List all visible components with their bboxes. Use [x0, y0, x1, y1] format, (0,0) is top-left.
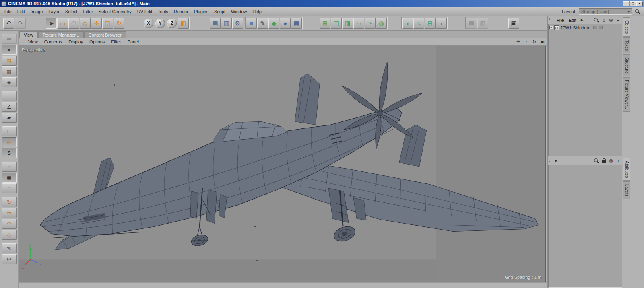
new-panel-icon[interactable]: + [615, 158, 621, 164]
object-manager-menu-item[interactable]: Edit [566, 17, 579, 23]
menu-item[interactable]: Select Geometry [96, 8, 134, 15]
redo-button[interactable]: ↷ [15, 18, 26, 29]
search-icon[interactable] [593, 158, 600, 164]
menu-item[interactable]: Select [62, 8, 80, 15]
undo-button[interactable]: ↶ [3, 18, 14, 29]
expand-icon[interactable]: + [549, 26, 553, 29]
menu-item[interactable]: Window [228, 8, 250, 15]
viewport-menu-item[interactable]: Cameras [41, 39, 66, 45]
live-selection-tool[interactable]: ➤ [46, 18, 57, 29]
home-icon[interactable]: ⌂ [601, 17, 607, 23]
menu-item[interactable]: Filter [80, 8, 95, 15]
rect-select-button[interactable]: ▭ [2, 208, 17, 218]
viewport-menu-item[interactable]: Options [86, 39, 108, 45]
tab-texture-manager[interactable]: Texture Manager... [38, 31, 84, 38]
menu-item[interactable]: Render [171, 8, 191, 15]
array-button[interactable]: ⊞ [320, 18, 330, 29]
points-mode-button[interactable]: ∷ [2, 91, 17, 101]
texture-mode-button[interactable]: ▨ [2, 56, 17, 66]
object-axis-button[interactable]: ∟ [2, 126, 17, 136]
add-cube-button[interactable]: ■ [246, 18, 257, 29]
snap-settings-button[interactable]: ▥ [477, 18, 488, 29]
snap-button[interactable]: S [2, 148, 17, 158]
quantize-button[interactable]: ∴ [2, 183, 17, 193]
rectangle-selection-tool[interactable]: ▭ [57, 18, 68, 29]
viewport-canvas[interactable]: Y X Z [19, 46, 545, 282]
menu-item[interactable]: Plugins [191, 8, 211, 15]
instance-button[interactable]: ▱ [353, 18, 364, 29]
rotate-ring-button[interactable]: ↻ [2, 197, 17, 207]
tab-structure[interactable]: Structure [623, 54, 630, 76]
attribute-manager-body[interactable] [548, 165, 622, 288]
menu-item[interactable]: Layer [45, 8, 62, 15]
search-icon[interactable] [593, 17, 600, 23]
visibility-toggle[interactable] [593, 26, 597, 29]
symmetry-button[interactable]: ◨ [342, 18, 353, 29]
scale-tool[interactable]: ◱ [102, 18, 113, 29]
viewport-menu-item[interactable]: Filter [108, 39, 124, 45]
object-tree-item[interactable]: + J7W1 Shinden [549, 24, 622, 31]
make-editable-button[interactable]: ⇄ [2, 34, 17, 44]
menu-item[interactable]: Script [211, 8, 228, 15]
render-settings-button[interactable]: ⚙ [232, 18, 243, 29]
tab-layers[interactable]: Layers [623, 181, 630, 199]
menu-item[interactable]: UV Edit [134, 8, 155, 15]
render-visibility-toggle[interactable] [599, 26, 603, 29]
maximize-button[interactable]: □ [630, 1, 636, 6]
volume-builder-button[interactable]: ● [280, 18, 291, 29]
object-tree[interactable]: + J7W1 Shinden [548, 24, 622, 156]
camera-label[interactable]: Perspective [22, 47, 45, 52]
bend-deformer-button[interactable]: ◖ [402, 18, 413, 29]
menu-item[interactable]: Edit [14, 8, 28, 15]
tab-view[interactable]: View [19, 31, 38, 38]
lock-icon[interactable] [601, 158, 607, 164]
lasso-selection-tool[interactable]: ◠ [68, 18, 79, 29]
pan-view-icon[interactable]: ✛ [515, 39, 522, 45]
ffd-deformer-button[interactable]: ⊟ [425, 18, 436, 29]
boole-button[interactable]: ◫ [331, 18, 342, 29]
workplane-button[interactable]: ◈ [2, 77, 17, 87]
z-axis-lock-button[interactable]: Z [167, 19, 177, 28]
minimize-button[interactable]: _ [623, 1, 629, 6]
polygons-mode-button[interactable]: ▰ [2, 113, 17, 123]
more-menus-icon[interactable]: ▶ [580, 18, 584, 22]
edges-mode-button[interactable]: ∠ [2, 102, 17, 112]
more-menus-icon[interactable]: ▶ [554, 159, 558, 163]
move-tool[interactable]: ✛ [91, 18, 102, 29]
brush-button[interactable]: ✎ [2, 243, 17, 253]
rotate-tool[interactable]: ↻ [114, 18, 124, 29]
x-axis-lock-button[interactable]: X [144, 19, 153, 28]
connect-button[interactable]: ◍ [376, 18, 387, 29]
tab-attributes[interactable]: Attributes [623, 158, 630, 181]
model-mode-button[interactable]: ■ [2, 45, 17, 55]
polygon-selection-tool[interactable]: ◇ [80, 18, 91, 29]
focus-icon[interactable]: ◎ [608, 17, 614, 23]
menu-item[interactable]: File [2, 8, 14, 15]
minimize-icon[interactable]: − [615, 17, 621, 23]
spline-mask-button[interactable]: ◔ [365, 18, 376, 29]
workplane-toggle-button[interactable]: ▤ [466, 18, 477, 29]
panel-handle-icon[interactable] [549, 18, 553, 23]
tab-content-browser[interactable]: Content Browser [84, 31, 126, 38]
commander-search-button[interactable] [634, 8, 641, 14]
object-label[interactable]: J7W1 Shinden [560, 25, 589, 30]
enable-axis-button[interactable]: ⊕ [2, 137, 17, 147]
magnet-button[interactable]: ∩ [2, 162, 17, 172]
poly-select-button[interactable]: ◇ [2, 230, 17, 240]
menu-item[interactable]: Help [250, 8, 264, 15]
y-axis-lock-button[interactable]: Y [155, 19, 165, 28]
viewport-menu-item[interactable]: Panel [124, 39, 142, 45]
tab-objects[interactable]: Objects [623, 17, 630, 37]
maximize-view-icon[interactable]: ▣ [539, 39, 546, 45]
viewport-menu-item[interactable]: View [25, 39, 41, 45]
tab-takes[interactable]: Takes [623, 37, 630, 53]
menu-item[interactable]: Image [28, 8, 46, 15]
texture-button[interactable]: ▩ [2, 66, 17, 76]
viewport[interactable]: Y X Z Perspective Grid Spacing : 1 m [19, 46, 546, 282]
viewport-menu-item[interactable]: Display [65, 39, 86, 45]
floor-button[interactable]: ▦ [291, 18, 302, 29]
menu-item[interactable]: Tools [155, 8, 171, 15]
render-view-button[interactable]: ▤ [210, 18, 221, 29]
render-picture-viewer-button[interactable]: ▥ [221, 18, 232, 29]
grid-snap-button[interactable]: ▦ [2, 173, 17, 183]
